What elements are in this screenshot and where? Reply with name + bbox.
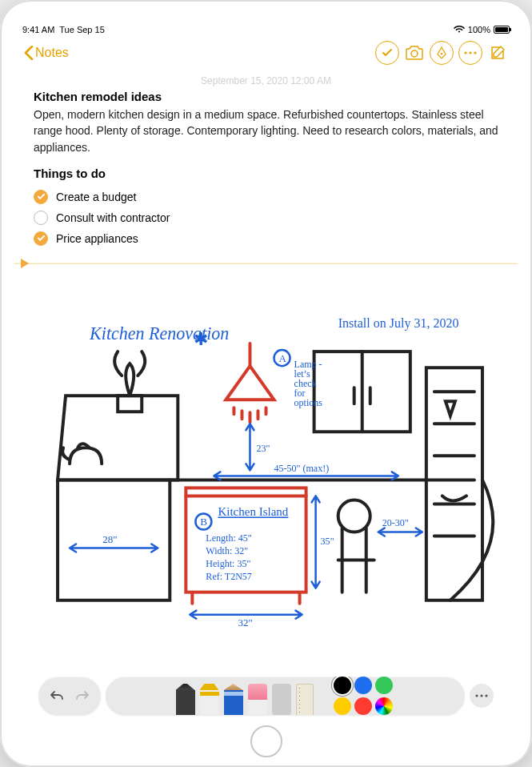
swatch-blue[interactable]	[354, 677, 372, 694]
spec-width: Width: 32"	[206, 545, 248, 556]
checklist-label: Consult with contractor	[56, 211, 170, 224]
dim-lamp: 23"	[256, 443, 270, 454]
dim-range: 45-50" (max!)	[274, 463, 330, 474]
dim-width: 32"	[238, 616, 252, 628]
ipad-frame: 9:41 AM Tue Sep 15 100% Notes	[0, 0, 532, 767]
checklist-item[interactable]: Price appliances	[34, 228, 498, 249]
compose-icon	[489, 44, 506, 62]
swatch-yellow[interactable]	[334, 697, 351, 715]
status-time: 9:41 AM	[22, 25, 54, 34]
check-circle-icon[interactable]	[34, 211, 48, 225]
install-note: Install on July 31, 2020	[338, 316, 459, 331]
checklist-button[interactable]	[375, 41, 399, 65]
ellipsis-icon	[475, 694, 488, 697]
drawing-separator[interactable]	[14, 257, 518, 268]
battery-icon	[494, 26, 510, 34]
lasso-tool[interactable]	[272, 684, 291, 715]
home-button[interactable]	[250, 725, 282, 757]
pen-tip-icon	[435, 46, 448, 59]
pen-tool[interactable]	[176, 684, 195, 715]
status-left: 9:41 AM Tue Sep 15	[22, 25, 105, 34]
chevron-left-icon	[24, 46, 34, 60]
status-right: 100%	[454, 25, 510, 34]
checklist-item[interactable]: Consult with contractor	[34, 207, 498, 228]
back-label: Notes	[35, 46, 69, 60]
wifi-icon	[454, 26, 465, 34]
status-bar: 9:41 AM Tue Sep 15 100%	[14, 22, 518, 37]
tools-group	[106, 677, 465, 715]
compose-button[interactable]	[487, 41, 508, 65]
dim-left: 28"	[102, 533, 117, 545]
svg-text:✱: ✱	[194, 329, 208, 349]
undo-button[interactable]	[46, 685, 67, 706]
island-heading: Kitchen Island	[218, 506, 288, 519]
svg-point-15	[480, 694, 482, 697]
swatch-red[interactable]	[354, 697, 372, 715]
svg-text:A: A	[279, 352, 287, 364]
eraser-tool[interactable]	[248, 684, 267, 715]
separator-handle-icon	[21, 259, 29, 268]
swatch-green[interactable]	[375, 677, 393, 694]
swatch-black[interactable]	[334, 677, 351, 694]
svg-point-4	[474, 51, 476, 54]
redo-icon	[75, 690, 90, 701]
checklist-label: Create a budget	[56, 191, 136, 203]
svg-point-3	[469, 51, 471, 54]
ellipsis-icon	[464, 51, 477, 54]
redo-button[interactable]	[72, 685, 93, 706]
annotation-a: Lamp -let’scheckforoptions	[294, 359, 323, 408]
svg-text:B: B	[200, 516, 207, 528]
toolbar-more-button[interactable]	[470, 684, 494, 708]
pencil-tool[interactable]	[224, 684, 243, 715]
svg-point-2	[464, 51, 466, 54]
svg-point-16	[485, 694, 487, 697]
screen: 9:41 AM Tue Sep 15 100% Notes	[14, 22, 518, 721]
check-circle-icon[interactable]	[34, 190, 48, 204]
checklist-label: Price appliances	[56, 232, 138, 245]
dim-height: 35"	[321, 536, 334, 547]
note-timestamp: September 15, 2020 12:00 AM	[34, 75, 498, 86]
checklist: Create a budget Consult with contractor …	[34, 187, 498, 249]
battery-percent: 100%	[468, 25, 490, 34]
spec-height: Height: 35"	[206, 558, 250, 569]
ruler-tool[interactable]	[296, 684, 314, 715]
swatch-rainbow[interactable]	[375, 697, 393, 715]
marker-tool[interactable]	[200, 684, 219, 715]
color-swatches	[331, 677, 395, 715]
svg-point-1	[441, 53, 443, 55]
note-content: September 15, 2020 12:00 AM Kitchen remo…	[14, 69, 518, 671]
note-body[interactable]: Open, modern kitchen design in a medium …	[34, 106, 498, 155]
svg-point-0	[411, 50, 418, 57]
more-button[interactable]	[458, 41, 482, 65]
checklist-item[interactable]: Create a budget	[34, 187, 498, 207]
markup-toolbar	[14, 671, 518, 721]
dim-right: 20-30"	[382, 518, 409, 529]
check-icon	[382, 47, 393, 58]
kitchen-sketch: Kitchen Renovation ✱ Install on July 31,…	[34, 295, 498, 641]
camera-icon	[405, 45, 424, 61]
note-title[interactable]: Kitchen remodel ideas	[34, 90, 498, 103]
camera-button[interactable]	[404, 41, 425, 65]
check-circle-icon[interactable]	[34, 231, 48, 246]
nav-actions	[375, 41, 508, 65]
spec-length: Length: 45"	[206, 532, 251, 544]
status-date: Tue Sep 15	[59, 25, 104, 34]
undo-icon	[50, 690, 64, 701]
markup-button[interactable]	[430, 41, 454, 65]
undo-redo-group	[38, 677, 101, 715]
section-title[interactable]: Things to do	[34, 167, 498, 180]
drawing-canvas[interactable]: Kitchen Renovation ✱ Install on July 31,…	[34, 268, 498, 668]
nav-bar: Notes	[14, 37, 518, 69]
svg-rect-7	[118, 396, 142, 412]
svg-point-14	[475, 694, 478, 697]
back-button[interactable]: Notes	[24, 46, 69, 60]
spec-ref: Ref: T2N57	[206, 571, 252, 582]
